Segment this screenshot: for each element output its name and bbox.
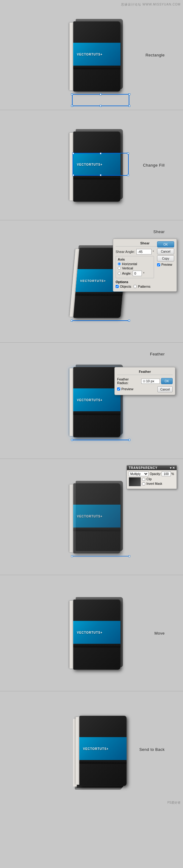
shear-dialog-buttons: OK Cancel Copy Preview [157, 241, 174, 267]
band-label-1: VECTORTUTS+ [77, 53, 102, 56]
trans-clip-checkbox[interactable] [142, 478, 145, 481]
section-label-change-fill: Change Fill [143, 163, 165, 167]
axis-angle-input[interactable] [133, 271, 142, 276]
trans-invert-label: Invert Mask [146, 482, 162, 486]
trans-opacity-label: Opacity: [150, 472, 161, 476]
band-label-7: VECTORTUTS+ [83, 747, 109, 750]
feather-preview-label: Preview [121, 387, 133, 391]
axis-title: Axis [118, 257, 152, 261]
section-transparency: VECTORTUTS+ Transparency TRANSPARENCY ▾ … [0, 459, 183, 575]
feather-ok-button[interactable]: OK [161, 378, 173, 384]
watermark-bottom: PS爱好者 [167, 801, 181, 805]
section-move: VECTORTUTS+ Move [0, 575, 183, 691]
section-send-to-back: VECTORTUTS+ Send to Back [0, 691, 183, 807]
section-label-send-to-back: Send to Back [140, 747, 165, 752]
band-label-6: VECTORTUTS+ [77, 631, 102, 634]
section-feather: VECTORTUTS+ Feather Feather Feather Radi… [0, 343, 183, 459]
band-label-5: VECTORTUTS+ [77, 515, 102, 518]
trans-panel-title: TRANSPARENCY [129, 466, 158, 469]
axis-angle-unit: ° [143, 272, 144, 275]
shear-angle-input[interactable] [136, 249, 152, 254]
feather-cancel-button[interactable]: Cancel [157, 386, 173, 392]
notebook-transparency: VECTORTUTS+ [73, 483, 128, 553]
section-label-feather: Feather [150, 352, 165, 356]
patterns-checkbox[interactable] [133, 285, 136, 288]
section-label-rectangle: Rectangle [146, 53, 165, 57]
objects-checkbox[interactable] [116, 285, 119, 288]
shear-angle-unit: ° [153, 250, 154, 253]
axis-horizontal-radio[interactable] [118, 262, 121, 266]
shear-preview-label: Preview [161, 263, 172, 266]
trans-thumbnail [129, 477, 141, 486]
notebook-send-to-back: VECTORTUTS+ [73, 716, 128, 786]
trans-panel-controls: ▾ ✕ [170, 466, 175, 469]
band-label-3: VECTORTUTS+ [80, 279, 106, 282]
band-label-4: VECTORTUTS+ [77, 398, 102, 402]
trans-opacity-input[interactable] [162, 471, 171, 476]
feather-dialog: Feather Feather Radius: ⊞ OK Preview Can… [114, 367, 175, 395]
page-wrapper: 思缘设计论坛 WWW.MISSYUAN.COM VECTORTUTS+ [0, 0, 183, 807]
section-shear: VECTORTUTS+ Shear Shear Shear Angle: [0, 220, 183, 342]
trans-mode-select[interactable]: Multiply [129, 471, 149, 476]
section-rectangle: VECTORTUTS+ [0, 0, 183, 110]
watermark-top: 思缘设计论坛 WWW.MISSYUAN.COM [121, 2, 181, 7]
shear-angle-label: Shear Angle: [116, 250, 136, 253]
axis-angle-radio[interactable] [118, 272, 121, 275]
notebook-rectangle: VECTORTUTS+ [73, 21, 128, 92]
feather-dialog-title: Feather [117, 370, 173, 375]
notebook-change-fill: VECTORTUTS+ [73, 131, 128, 202]
shear-preview-checkbox[interactable] [157, 263, 160, 266]
section-label-shear: Shear [153, 229, 165, 234]
trans-invert-checkbox[interactable] [142, 483, 145, 486]
feather-radius-label: Feather Radius: [117, 377, 140, 385]
axis-vertical-radio[interactable] [118, 267, 121, 270]
feather-preview-checkbox[interactable] [117, 388, 120, 391]
shear-cancel-button[interactable]: Cancel [157, 248, 174, 254]
options-title: Options [116, 280, 154, 284]
section-label-move: Move [154, 631, 165, 636]
shear-copy-button[interactable]: Copy [157, 255, 174, 261]
band-label-2: VECTORTUTS+ [77, 163, 102, 166]
section-change-fill: VECTORTUTS+ Change Fill [0, 110, 183, 220]
shear-dialog: Shear Shear Angle: ° Axis Horizontal Ver… [113, 239, 177, 292]
axis-vertical-label: Vertical [122, 266, 133, 270]
transparency-panel: TRANSPARENCY ▾ ✕ Multiply Opacity: % [127, 465, 177, 489]
axis-horizontal-label: Horizontal [122, 262, 137, 266]
trans-clip-label: Clip [146, 477, 152, 481]
feather-radius-input[interactable] [146, 379, 158, 383]
axis-angle-label: Angle: [122, 272, 131, 275]
patterns-label: Patterns [138, 285, 150, 288]
shear-ok-button[interactable]: OK [157, 241, 174, 247]
objects-label: Objects [120, 285, 131, 288]
notebook-move: VECTORTUTS+ [73, 599, 128, 670]
trans-opacity-unit: % [172, 472, 174, 476]
